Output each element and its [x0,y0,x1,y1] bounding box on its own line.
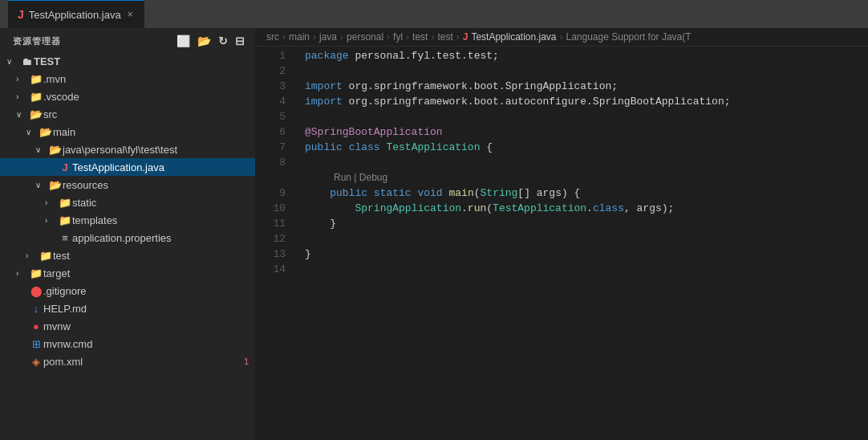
folder-open-icon: 📂 [39,126,53,138]
javapath-arrow: ∨ [35,145,48,154]
code-line-14 [305,262,868,277]
sidebar-item-application-properties[interactable]: › ≡ application.properties [0,229,255,246]
ln-3: 3 [255,79,286,94]
sidebar-item-static[interactable]: › 📁 static [0,194,255,211]
ln-1: 1 [255,48,286,63]
ln-10: 10 [255,201,286,216]
folder-open-icon: 📂 [48,144,63,156]
templates-label: templates [72,214,255,226]
mvn-arrow: › [16,75,29,84]
xml-icon: ◈ [29,356,43,368]
collapse-icon[interactable]: ⊟ [235,35,245,47]
sidebar-item-main[interactable]: ∨ 📂 main [0,123,255,141]
sidebar-item-mvnw[interactable]: › ● mvnw [0,317,255,335]
sidebar-item-mvn[interactable]: › 📁 .mvn [0,70,255,88]
bc-test1: test [412,31,428,43]
resources-arrow: ∨ [35,181,48,189]
src-label: src [43,108,255,120]
no-arrow: › [45,234,58,242]
ln-8: 8 [255,155,286,170]
folder-icon: 📁 [39,250,53,262]
new-folder-icon[interactable]: 📂 [197,35,212,47]
folder-icon: 📁 [29,73,43,85]
no-arrow: › [16,304,29,313]
main-label: main [53,126,255,138]
test-arrow: › [26,251,39,260]
code-line-3: import org.springframework.boot.SpringAp… [305,79,868,94]
bc-test2: test [437,31,452,43]
ln-12: 12 [255,231,286,246]
sidebar-tree: › 📁 .mvn › 📁 .vscode ∨ 📂 src ∨ 📂 main [0,70,255,440]
sidebar-item-mvnwcmd[interactable]: › ⊞ mvnw.cmd [0,335,255,352]
folder-icon: 📁 [58,197,72,209]
code-line-4: import org.springframework.boot.autoconf… [305,94,868,109]
folder-open-icon: 📂 [48,179,63,191]
cmd-icon: ⊞ [29,338,43,350]
tab-label: TestApplication.java [29,9,121,21]
sidebar-item-helpmd[interactable]: › ↓ HELP.md [0,299,255,317]
root-folder-icon: 🖿 [19,55,34,67]
new-file-icon[interactable]: ︎⬜ [176,35,192,47]
sep4: › [387,31,390,43]
code-line-12 [305,231,868,246]
ln-2: 2 [255,63,286,79]
testapplication-label: TestApplication.java [72,161,255,173]
sidebar-item-templates[interactable]: › 📁 templates [0,211,255,229]
sidebar-item-resources[interactable]: ∨ 📂 resources [0,176,255,194]
code-line-7: public class TestApplication { [305,140,868,155]
ln-5: 5 [255,109,286,124]
tab-testapplication[interactable]: J TestApplication.java × [8,0,144,28]
code-editor[interactable]: package personal.fyl.test.test; import o… [294,47,868,440]
sidebar: 资源管理器 ︎⬜ 📂 ↻ ⊟ ∨ 🖿 TEST › 📁 .mvn › [0,28,255,440]
sidebar-item-java-path[interactable]: ∨ 📂 java\personal\fyl\test\test [0,141,255,158]
sep1: › [282,31,286,43]
sep6: › [431,31,434,43]
code-run-debug: Run | Debug [305,170,868,185]
properties-label: application.properties [72,232,255,244]
bc-src: src [266,31,279,43]
properties-icon: ≡ [58,232,72,244]
java-icon: J [58,161,72,173]
root-arrow: ∨ [6,57,19,66]
ln-9: 9 [255,185,286,201]
ln-run: · [255,170,286,185]
no-arrow: › [16,357,29,366]
vscode-arrow: › [16,92,29,101]
sidebar-item-target[interactable]: › 📁 target [0,264,255,282]
tab-area: J TestApplication.java × [8,0,144,28]
gitignore-icon: ⬤ [29,285,43,297]
no-arrow: › [16,287,29,295]
target-arrow: › [16,269,29,278]
code-line-10: SpringApplication.run(TestApplication.cl… [305,201,868,216]
ln-11: 11 [255,216,286,231]
ln-7: 7 [255,140,286,155]
md-icon: ↓ [29,303,43,315]
run-link[interactable]: Run [334,172,351,183]
sidebar-item-src[interactable]: ∨ 📂 src [0,105,255,123]
sidebar-item-testapplication[interactable]: › J TestApplication.java [0,158,255,176]
templates-arrow: › [45,216,58,225]
breadcrumb: src › main › java › personal › fyl › tes… [255,28,868,47]
code-line-5 [305,109,868,124]
ln-14: 14 [255,262,286,277]
sidebar-item-test[interactable]: › 📁 test [0,246,255,264]
mvnw-label: mvnw [43,320,255,332]
src-arrow: ∨ [16,110,29,119]
refresh-icon[interactable]: ↻ [218,35,229,47]
sidebar-root[interactable]: ∨ 🖿 TEST [0,52,255,70]
folder-icon: 📁 [58,214,72,226]
debug-link[interactable]: Debug [359,172,387,183]
no-arrow: › [16,340,29,348]
mvn-label: .mvn [43,73,255,85]
sidebar-header-icons: ︎⬜ 📂 ↻ ⊟ [176,35,245,47]
tab-close-button[interactable]: × [126,8,135,21]
code-line-1: package personal.fyl.test.test; [305,48,868,63]
sidebar-item-vscode[interactable]: › 📁 .vscode [0,88,255,105]
bc-java: java [319,31,337,43]
static-label: static [72,197,255,209]
bc-fyl: fyl [393,31,403,43]
vscode-label: .vscode [43,91,255,103]
bc-main: main [289,31,310,43]
sidebar-item-gitignore[interactable]: › ⬤ .gitignore [0,282,255,299]
sidebar-item-pomxml[interactable]: › ◈ pom.xml 1 [0,352,255,370]
